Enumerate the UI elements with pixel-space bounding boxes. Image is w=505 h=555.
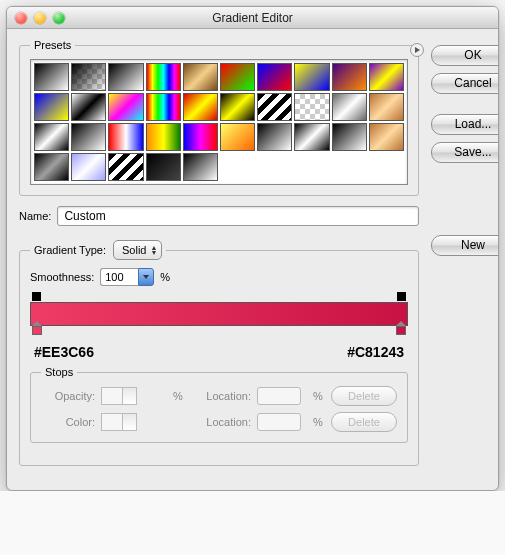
opacity-field (101, 387, 137, 405)
right-stop-hex: #C81243 (347, 344, 404, 360)
smoothness-label: Smoothness: (30, 271, 94, 283)
color-location-label: Location: (191, 416, 251, 428)
preset-swatch[interactable] (183, 153, 218, 181)
preset-swatch[interactable] (146, 123, 181, 151)
preset-swatch[interactable] (369, 93, 404, 121)
name-label: Name: (19, 210, 51, 222)
preset-swatch[interactable] (108, 93, 143, 121)
preset-swatch[interactable] (369, 63, 404, 91)
gradient-type-select[interactable]: Solid ▲▼ (113, 240, 162, 260)
preset-swatch[interactable] (71, 123, 106, 151)
preset-swatch[interactable] (34, 153, 69, 181)
smoothness-unit: % (160, 271, 170, 283)
stops-group: Stops Opacity: % Location: % Delete Colo… (30, 366, 408, 443)
ok-button[interactable]: OK (431, 45, 499, 66)
color-stop-right[interactable] (396, 326, 406, 336)
preset-swatch[interactable] (108, 123, 143, 151)
preset-swatch[interactable] (220, 123, 255, 151)
color-location-input (257, 413, 301, 431)
titlebar[interactable]: Gradient Editor (7, 7, 498, 29)
gradient-bar[interactable] (30, 302, 408, 326)
preset-swatch[interactable] (183, 63, 218, 91)
gradient-type-label: Gradient Type: (34, 244, 106, 256)
new-button[interactable]: New (431, 235, 499, 256)
name-input[interactable] (57, 206, 419, 226)
opacity-label: Opacity: (41, 390, 95, 402)
color-location-unit: % (313, 416, 325, 428)
preset-swatch[interactable] (332, 93, 367, 121)
preset-swatch[interactable] (294, 123, 329, 151)
preset-swatch[interactable] (257, 93, 292, 121)
preset-swatch[interactable] (220, 63, 255, 91)
preset-swatch[interactable] (183, 93, 218, 121)
preset-swatch[interactable] (332, 123, 367, 151)
chevron-down-icon (143, 275, 149, 279)
preset-swatch[interactable] (34, 93, 69, 121)
preset-swatch[interactable] (220, 93, 255, 121)
opacity-delete-button: Delete (331, 386, 397, 406)
preset-swatch[interactable] (34, 123, 69, 151)
load-button[interactable]: Load... (431, 114, 499, 135)
preset-swatch[interactable] (71, 153, 106, 181)
chevron-right-icon (415, 47, 420, 53)
smoothness-input[interactable] (100, 268, 138, 286)
color-delete-button: Delete (331, 412, 397, 432)
preset-swatch[interactable] (146, 153, 181, 181)
opacity-location-label: Location: (191, 390, 251, 402)
preset-swatch[interactable] (71, 63, 106, 91)
preset-swatch[interactable] (294, 63, 329, 91)
color-label: Color: (41, 416, 95, 428)
stops-legend: Stops (41, 366, 77, 378)
color-field (101, 413, 137, 431)
preset-swatch[interactable] (71, 93, 106, 121)
preset-swatch[interactable] (257, 63, 292, 91)
opacity-location-input (257, 387, 301, 405)
cancel-button[interactable]: Cancel (431, 73, 499, 94)
opacity-stop-right[interactable] (397, 292, 406, 301)
presets-menu-button[interactable] (410, 43, 424, 57)
preset-swatch[interactable] (108, 153, 143, 181)
color-stop-left[interactable] (32, 326, 42, 336)
smoothness-dropdown-button[interactable] (138, 268, 154, 286)
updown-icon: ▲▼ (150, 245, 157, 255)
opacity-unit: % (173, 390, 185, 402)
gradient-type-value: Solid (122, 244, 146, 256)
gradient-settings-group: Gradient Type: Solid ▲▼ Smoothness: % (19, 240, 419, 466)
left-stop-hex: #EE3C66 (34, 344, 94, 360)
preset-swatch[interactable] (146, 63, 181, 91)
preset-swatch[interactable] (257, 123, 292, 151)
preset-swatch[interactable] (108, 63, 143, 91)
window-title: Gradient Editor (7, 11, 498, 25)
gradient-editor-window: Gradient Editor Presets Name: Gradient T… (6, 6, 499, 491)
preset-swatch[interactable] (294, 93, 329, 121)
preset-grid[interactable] (30, 59, 408, 185)
preset-swatch[interactable] (332, 63, 367, 91)
save-button[interactable]: Save... (431, 142, 499, 163)
presets-group: Presets (19, 39, 419, 196)
opacity-location-unit: % (313, 390, 325, 402)
opacity-stop-left[interactable] (32, 292, 41, 301)
preset-swatch[interactable] (34, 63, 69, 91)
preset-swatch[interactable] (183, 123, 218, 151)
presets-legend: Presets (30, 39, 75, 51)
preset-swatch[interactable] (369, 123, 404, 151)
preset-swatch[interactable] (146, 93, 181, 121)
